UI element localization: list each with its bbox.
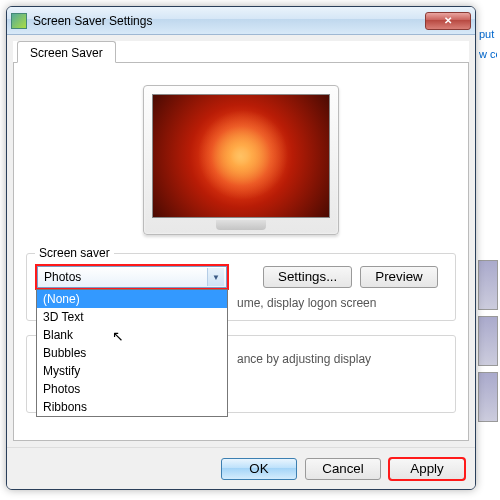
dropdown-option-photos[interactable]: Photos	[37, 380, 227, 398]
dropdown-option-none[interactable]: (None)	[37, 290, 227, 308]
bg-link-1[interactable]: put	[479, 28, 497, 40]
settings-button[interactable]: Settings...	[263, 266, 352, 288]
background-panel: put w col	[475, 20, 500, 480]
dropdown-option-blank[interactable]: Blank	[37, 326, 227, 344]
screensaver-group: Screen saver Photos ▼ (None) 3D Text Bla…	[26, 253, 456, 321]
tab-screen-saver[interactable]: Screen Saver	[17, 41, 116, 63]
bg-thumbnail[interactable]	[478, 260, 498, 310]
screen-saver-dialog: Screen Saver Settings ✕ Screen Saver Scr…	[6, 6, 476, 490]
ok-button[interactable]: OK	[221, 458, 297, 480]
resume-checkbox-label-fragment: ume, display logon screen	[237, 296, 445, 310]
power-text-fragment: ance by adjusting display	[237, 352, 445, 366]
dropdown-option-3dtext[interactable]: 3D Text	[37, 308, 227, 326]
tab-body: Screen saver Photos ▼ (None) 3D Text Bla…	[13, 62, 469, 441]
preview-area	[26, 75, 456, 245]
cancel-button[interactable]: Cancel	[305, 458, 381, 480]
screensaver-preview-image	[152, 94, 330, 218]
dropdown-option-ribbons[interactable]: Ribbons	[37, 398, 227, 416]
chevron-down-icon[interactable]: ▼	[207, 268, 224, 286]
monitor-preview	[143, 85, 339, 235]
preview-button[interactable]: Preview	[360, 266, 437, 288]
bg-thumbnail[interactable]	[478, 372, 498, 422]
window-title: Screen Saver Settings	[33, 14, 425, 28]
dialog-footer: OK Cancel Apply	[7, 447, 475, 489]
bg-thumbnail[interactable]	[478, 316, 498, 366]
titlebar[interactable]: Screen Saver Settings ✕	[7, 7, 475, 35]
app-icon	[11, 13, 27, 29]
dropdown-option-mystify[interactable]: Mystify	[37, 362, 227, 380]
bg-link-2[interactable]: w col	[479, 48, 497, 60]
client-area: Screen Saver Screen saver Photos ▼ (None…	[13, 41, 469, 441]
apply-button[interactable]: Apply	[389, 458, 465, 480]
combobox-value: Photos	[44, 270, 81, 284]
screensaver-dropdown: (None) 3D Text Blank Bubbles Mystify Pho…	[36, 289, 228, 417]
screensaver-combobox[interactable]: Photos ▼ (None) 3D Text Blank Bubbles My…	[37, 266, 227, 288]
dropdown-option-bubbles[interactable]: Bubbles	[37, 344, 227, 362]
group-label: Screen saver	[35, 246, 114, 260]
close-icon: ✕	[444, 15, 452, 26]
monitor-base	[216, 220, 266, 230]
close-button[interactable]: ✕	[425, 12, 471, 30]
